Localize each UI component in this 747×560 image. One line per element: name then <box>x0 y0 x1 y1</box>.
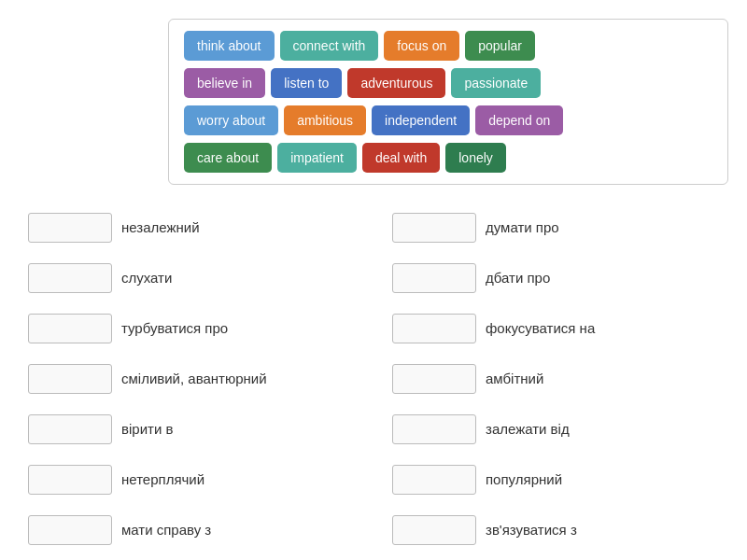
right-input-2[interactable] <box>392 314 476 343</box>
right-input-4[interactable] <box>392 414 476 444</box>
word-bank: think aboutconnect withfocus onpopularbe… <box>168 19 728 185</box>
left-input-2[interactable] <box>28 314 112 343</box>
word-chip-2-1[interactable]: ambitious <box>284 105 366 135</box>
right-input-3[interactable] <box>392 364 476 394</box>
right-label-5: популярний <box>486 470 562 489</box>
word-chip-3-0[interactable]: care about <box>184 143 272 173</box>
word-chip-1-2[interactable]: adventurous <box>347 68 445 98</box>
left-input-0[interactable] <box>28 213 112 243</box>
left-match-row-2: турбуватися про <box>28 308 364 349</box>
word-bank-row-3: care aboutimpatientdeal withlonely <box>184 143 712 173</box>
word-chip-0-0[interactable]: think about <box>184 31 275 61</box>
word-bank-row-2: worry aboutambitiousindependentdepend on <box>184 105 712 135</box>
right-input-5[interactable] <box>392 465 476 495</box>
left-label-1: слухати <box>121 269 172 287</box>
left-match-row-5: нетерплячий <box>28 459 364 500</box>
left-label-2: турбуватися про <box>121 319 228 338</box>
right-match-row-6: зв'язуватися з <box>392 510 728 551</box>
word-chip-2-2[interactable]: independent <box>372 105 470 135</box>
right-match-row-1: дбати про <box>392 258 728 299</box>
right-match-row-3: амбітний <box>392 358 728 399</box>
left-input-5[interactable] <box>28 465 112 495</box>
right-match-row-2: фокусуватися на <box>392 308 728 349</box>
right-match-row-5: популярний <box>392 459 728 500</box>
word-bank-row-1: believe inlisten toadventurouspassionate <box>184 68 712 98</box>
word-bank-container: think aboutconnect withfocus onpopularbe… <box>19 19 728 185</box>
left-input-3[interactable] <box>28 364 112 394</box>
left-input-1[interactable] <box>28 263 112 293</box>
left-label-4: вірити в <box>121 420 173 439</box>
left-match-row-3: сміливий, авантюрний <box>28 358 364 399</box>
right-label-3: амбітний <box>486 370 543 388</box>
word-chip-2-0[interactable]: worry about <box>184 105 278 135</box>
left-input-4[interactable] <box>28 414 112 444</box>
left-column: незалежнийслухатитурбуватися просміливий… <box>28 207 364 560</box>
right-label-4: залежати від <box>486 420 570 439</box>
right-label-0: думати про <box>486 218 559 237</box>
right-input-1[interactable] <box>392 263 476 293</box>
word-chip-2-3[interactable]: depend on <box>475 105 563 135</box>
right-column: думати продбати профокусуватися наамбітн… <box>392 207 728 560</box>
right-input-0[interactable] <box>392 213 476 243</box>
left-input-6[interactable] <box>28 515 112 545</box>
word-chip-3-1[interactable]: impatient <box>277 143 357 173</box>
matching-section: незалежнийслухатитурбуватися просміливий… <box>19 207 728 560</box>
left-label-5: нетерплячий <box>121 470 204 489</box>
word-bank-row-0: think aboutconnect withfocus onpopular <box>184 31 712 61</box>
word-chip-3-2[interactable]: deal with <box>362 143 440 173</box>
word-chip-1-0[interactable]: believe in <box>184 68 265 98</box>
word-chip-3-3[interactable]: lonely <box>445 143 506 173</box>
right-match-row-4: залежати від <box>392 409 728 450</box>
right-input-6[interactable] <box>392 515 476 545</box>
left-match-row-1: слухати <box>28 258 364 299</box>
right-match-row-0: думати про <box>392 207 728 248</box>
left-label-3: сміливий, авантюрний <box>121 370 267 388</box>
right-label-1: дбати про <box>486 269 550 287</box>
right-label-2: фокусуватися на <box>486 319 595 338</box>
word-chip-0-2[interactable]: focus on <box>384 31 459 61</box>
left-match-row-4: вірити в <box>28 409 364 450</box>
left-label-6: мати справу з <box>121 521 211 539</box>
word-chip-1-1[interactable]: listen to <box>271 68 342 98</box>
left-match-row-0: незалежний <box>28 207 364 248</box>
word-chip-0-3[interactable]: popular <box>465 31 535 61</box>
left-label-0: незалежний <box>121 218 200 237</box>
left-match-row-6: мати справу з <box>28 510 364 551</box>
word-chip-1-3[interactable]: passionate <box>451 68 541 98</box>
right-label-6: зв'язуватися з <box>486 521 577 539</box>
word-chip-0-1[interactable]: connect with <box>280 31 379 61</box>
